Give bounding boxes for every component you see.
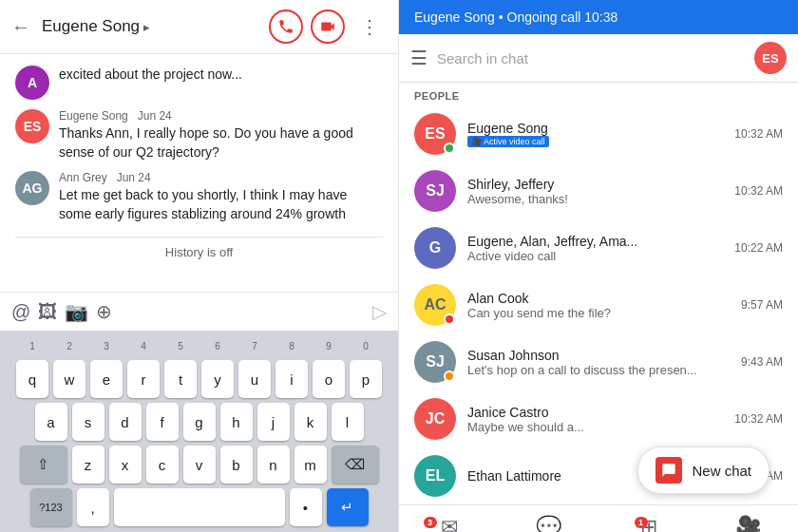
key-q[interactable]: q <box>16 360 48 398</box>
key-backspace[interactable]: ⌫ <box>332 446 379 484</box>
search-input[interactable]: Search in chat <box>437 50 745 66</box>
key-o[interactable]: o <box>313 360 345 398</box>
message-text: Thanks Ann, I really hope so. Do you hav… <box>59 125 353 160</box>
key-s[interactable]: s <box>72 403 104 441</box>
chat-title-text: Eugene Song <box>42 17 140 36</box>
message-time: 9:43 AM <box>741 355 783 369</box>
key-shift[interactable]: ⇧ <box>20 446 67 484</box>
key-u[interactable]: u <box>238 360 271 398</box>
list-item[interactable]: AC Alan Cook Can you send me the file? 9… <box>399 276 798 333</box>
message-toolbar: @ 🖼 📷 ⊕ ▷ <box>0 292 398 331</box>
key-j[interactable]: j <box>257 403 290 441</box>
key-p[interactable]: p <box>350 360 382 398</box>
message-time: 10:32 AM <box>734 412 783 426</box>
list-item[interactable]: ES Eugene Song 🎥 Active video call 10:32… <box>399 105 798 162</box>
avatar: AC <box>414 284 456 326</box>
left-header: ← Eugene Song ▸ ⋮ <box>0 0 398 54</box>
num-key: 5 <box>164 336 197 355</box>
mail-icon: ✉ <box>441 515 458 532</box>
key-x[interactable]: x <box>109 446 142 484</box>
add-icon[interactable]: ⊕ <box>96 300 112 323</box>
number-row: 1 2 3 4 5 6 7 8 9 0 <box>4 336 394 355</box>
image-icon[interactable]: 🖼 <box>38 301 57 323</box>
nav-item-meet[interactable]: 🎥 Meet <box>698 511 798 532</box>
key-b[interactable]: b <box>220 446 253 484</box>
contact-status: Active video call <box>467 249 723 263</box>
key-f[interactable]: f <box>146 403 179 441</box>
contact-info: Susan Johnson Let's hop on a call to dis… <box>467 348 730 377</box>
list-item[interactable]: JC Janice Castro Maybe we should a... 10… <box>399 390 798 447</box>
key-k[interactable]: k <box>294 403 327 441</box>
ongoing-call-bar: Eugene Song • Ongoing call 10:38 <box>399 0 798 34</box>
key-e[interactable]: e <box>90 360 123 398</box>
avatar: ES <box>414 113 456 155</box>
avatar: ES <box>15 109 49 143</box>
key-dot[interactable]: • <box>290 488 322 526</box>
bottom-navigation: ✉ 3 Mail 💬 Chat ⊞ 1 Rooms 🎥 Meet <box>399 504 798 532</box>
contact-name: Eugene, Alan, Jeffrey, Ama... <box>467 234 723 249</box>
key-w[interactable]: w <box>53 360 86 398</box>
nav-item-rooms[interactable]: ⊞ 1 Rooms <box>598 511 698 532</box>
key-z[interactable]: z <box>72 446 104 484</box>
more-options-button[interactable]: ⋮ <box>352 10 387 44</box>
contact-name: Eugene Song <box>467 121 723 136</box>
list-item[interactable]: SJ Susan Johnson Let's hop on a call to … <box>399 333 798 390</box>
key-h[interactable]: h <box>220 403 253 441</box>
key-g[interactable]: g <box>183 403 216 441</box>
avatar: JC <box>414 398 456 440</box>
rooms-badge: 1 <box>635 517 648 528</box>
key-comma[interactable]: , <box>77 488 109 526</box>
header-actions: ⋮ <box>269 10 387 44</box>
key-r[interactable]: r <box>127 360 160 398</box>
key-i[interactable]: i <box>276 360 308 398</box>
key-l[interactable]: l <box>332 403 364 441</box>
people-section-label: PEOPLE <box>399 83 798 105</box>
message-time: 10:32 AM <box>734 127 783 141</box>
message-time: 10:32 AM <box>734 184 783 198</box>
send-button[interactable]: ▷ <box>372 300 387 323</box>
message-content: excited about the project now... <box>59 66 383 85</box>
phone-call-button[interactable] <box>269 10 303 44</box>
nav-item-mail[interactable]: ✉ 3 Mail <box>399 511 499 532</box>
key-v[interactable]: v <box>183 446 216 484</box>
contact-status: Maybe we should a... <box>467 420 723 434</box>
new-chat-label: New chat <box>692 463 751 479</box>
contact-info: Eugene Song 🎥 Active video call <box>467 121 723 147</box>
video-call-button[interactable] <box>311 10 345 44</box>
camera-icon[interactable]: 📷 <box>65 300 88 323</box>
back-icon[interactable]: ← <box>11 16 30 38</box>
num-key: 0 <box>350 336 382 355</box>
avatar: G <box>414 227 456 269</box>
key-c[interactable]: c <box>146 446 179 484</box>
video-call-badge: 🎥 Active video call <box>467 136 549 147</box>
key-row-3: ⇧ z x c v b n m ⌫ <box>4 446 394 484</box>
avatar: A <box>15 66 49 100</box>
hamburger-icon[interactable]: ☰ <box>410 47 428 69</box>
contact-info: Janice Castro Maybe we should a... <box>467 405 723 434</box>
list-item[interactable]: G Eugene, Alan, Jeffrey, Ama... Active v… <box>399 219 798 276</box>
message-content: Eugene Song Jun 24 Thanks Ann, I really … <box>59 109 383 162</box>
key-d[interactable]: d <box>109 403 142 441</box>
key-enter[interactable]: ↵ <box>327 488 369 526</box>
new-chat-button[interactable]: New chat <box>637 446 770 494</box>
user-avatar: ES <box>754 42 787 74</box>
mention-icon[interactable]: @ <box>11 301 30 323</box>
contact-name: Shirley, Jeffery <box>467 177 723 192</box>
key-a[interactable]: a <box>35 403 67 441</box>
key-m[interactable]: m <box>294 446 327 484</box>
status-indicator <box>444 314 455 325</box>
key-n[interactable]: n <box>257 446 290 484</box>
contact-info: Eugene, Alan, Jeffrey, Ama... Active vid… <box>467 234 723 263</box>
key-space[interactable] <box>114 488 285 526</box>
key-row-bottom: ?123 , • ↵ <box>4 488 394 526</box>
list-item[interactable]: SJ Shirley, Jeffery Awesome, thanks! 10:… <box>399 162 798 219</box>
key-t[interactable]: t <box>164 360 197 398</box>
contact-info: Shirley, Jeffery Awesome, thanks! <box>467 177 723 206</box>
status-indicator <box>444 370 455 382</box>
key-123[interactable]: ?123 <box>30 488 72 526</box>
left-panel: ← Eugene Song ▸ ⋮ A excited about the pr… <box>0 0 399 532</box>
right-wrapper: Eugene Song • Ongoing call 10:38 ☰ Searc… <box>399 0 798 532</box>
message-sender: Eugene Song Jun 24 <box>59 109 383 123</box>
key-y[interactable]: y <box>201 360 234 398</box>
nav-item-chat[interactable]: 💬 Chat <box>499 511 598 532</box>
